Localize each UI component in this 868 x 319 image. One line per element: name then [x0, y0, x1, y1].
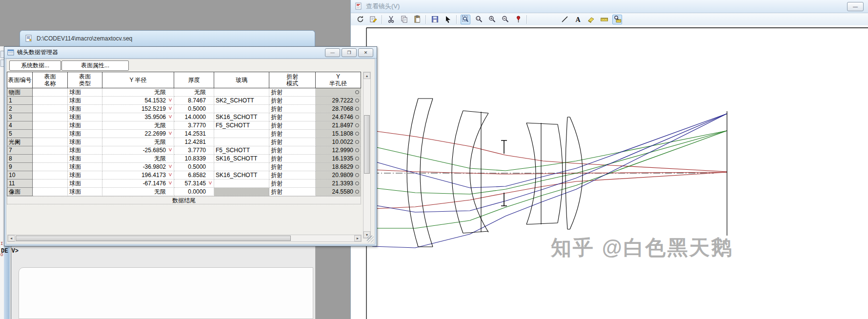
thickness-cell[interactable]: 14.0000 [174, 113, 214, 121]
radius-cell[interactable]: 35.9506V [102, 113, 174, 121]
row-header-cell[interactable]: 2 [7, 105, 33, 113]
scroll-up-arrow[interactable]: ▲ [363, 72, 370, 79]
thickness-cell[interactable]: 3.7770 [174, 121, 214, 130]
surface-name-cell[interactable] [33, 130, 68, 138]
thickness-cell[interactable]: 10.8339 [174, 155, 214, 163]
export-settings-icon[interactable] [368, 15, 378, 24]
surface-name-cell[interactable] [33, 179, 68, 188]
glass-cell[interactable] [214, 179, 269, 188]
zoom-window-icon[interactable] [461, 15, 470, 24]
codev-window-titlebar[interactable]: D:\CODEV114\macro\zemaxtocv.seq [20, 30, 315, 46]
refract-mode-cell[interactable]: 折射 [269, 171, 316, 179]
zoom-in-icon[interactable] [487, 15, 497, 24]
row-header-cell[interactable]: 像面 [7, 188, 33, 196]
glass-cell[interactable] [214, 130, 269, 138]
surface-type-cell[interactable]: 球面 [68, 163, 102, 171]
surface-name-cell[interactable] [33, 171, 68, 179]
surface-type-cell[interactable]: 球面 [68, 179, 102, 188]
row-header-cell[interactable]: 10 [7, 171, 33, 179]
command-output-area[interactable] [19, 267, 313, 319]
aperture-solve-icon[interactable] [355, 148, 359, 152]
surface-type-cell[interactable]: 球面 [68, 146, 102, 155]
restore-button[interactable]: ❐ [342, 48, 357, 57]
radius-cell[interactable]: 54.1532V [102, 97, 174, 105]
row-header-cell[interactable]: 8 [7, 155, 33, 163]
glass-cell[interactable] [214, 105, 269, 113]
surface-name-cell[interactable] [33, 88, 68, 97]
refract-mode-cell[interactable]: 折射 [269, 97, 316, 105]
radius-cell[interactable]: -67.1476V [102, 179, 174, 188]
radius-cell[interactable]: 22.2699V [102, 130, 174, 138]
radius-cell[interactable]: 无限 [102, 121, 174, 130]
ruler-icon[interactable] [599, 15, 609, 24]
horizontal-scrollbar[interactable]: ◄ ► [7, 235, 362, 242]
refract-mode-cell[interactable]: 折射 [269, 188, 316, 196]
radius-cell[interactable]: 无限 [102, 155, 174, 163]
radius-cell[interactable]: -25.6850V [102, 146, 174, 155]
aperture-solve-icon[interactable] [355, 165, 359, 169]
thickness-cell[interactable]: 0.5000 [174, 105, 214, 113]
surface-type-cell[interactable]: 球面 [68, 171, 102, 179]
semi-aperture-cell[interactable]: 24.5580 [316, 188, 361, 196]
aperture-solve-icon[interactable] [355, 190, 359, 194]
row-header-cell[interactable]: 1 [7, 97, 33, 105]
vertical-scrollbar[interactable]: ▲ ▼ [363, 72, 371, 239]
semi-aperture-cell[interactable]: 21.3393 [316, 179, 361, 188]
semi-aperture-cell[interactable]: 12.9990 [316, 146, 361, 155]
surface-type-cell[interactable]: 球面 [68, 138, 102, 146]
surface-type-cell[interactable]: 球面 [68, 121, 102, 130]
semi-aperture-cell[interactable]: 16.1935 [316, 155, 361, 163]
semi-aperture-cell[interactable]: 28.7068 [316, 105, 361, 113]
semi-aperture-cell[interactable]: 24.6746 [316, 113, 361, 121]
save-icon[interactable] [430, 15, 440, 24]
scroll-right-arrow[interactable]: ► [354, 235, 361, 241]
row-header-cell[interactable]: 4 [7, 121, 33, 130]
thickness-cell[interactable]: 3.7770 [174, 146, 214, 155]
surface-name-cell[interactable] [33, 146, 68, 155]
glass-cell[interactable]: F5_SCHOTT [214, 146, 269, 155]
aperture-solve-icon[interactable] [355, 140, 359, 144]
row-header-cell[interactable]: 11 [7, 179, 33, 188]
surface-type-cell[interactable]: 球面 [68, 97, 102, 105]
radius-cell[interactable]: -36.9802V [102, 163, 174, 171]
scroll-left-arrow[interactable]: ◄ [8, 235, 15, 241]
system-data-button[interactable]: 系统数据... [9, 60, 61, 71]
refract-mode-cell[interactable]: 折射 [269, 88, 316, 97]
row-header-cell[interactable]: 7 [7, 146, 33, 155]
aperture-solve-icon[interactable] [355, 132, 359, 136]
surface-name-cell[interactable] [33, 155, 68, 163]
semi-aperture-cell[interactable]: 18.6829 [316, 163, 361, 171]
radius-cell[interactable]: 196.4173V [102, 171, 174, 179]
row-header-cell[interactable]: 物面 [7, 88, 33, 97]
zoom-1to1-icon[interactable]: 1:1 [474, 15, 484, 24]
glass-cell[interactable]: SK16_SCHOTT [214, 155, 269, 163]
eraser-icon[interactable] [586, 15, 596, 24]
refract-mode-cell[interactable]: 折射 [269, 155, 316, 163]
aperture-solve-icon[interactable] [355, 173, 359, 177]
semi-aperture-cell[interactable]: 15.1808 [316, 130, 361, 138]
minimize-button[interactable]: — [847, 2, 864, 11]
glass-cell[interactable]: F5_SCHOTT [214, 121, 269, 130]
semi-aperture-cell[interactable]: 10.0022 [316, 138, 361, 146]
surface-type-cell[interactable]: 球面 [68, 105, 102, 113]
thickness-cell[interactable]: 6.8582 [174, 171, 214, 179]
pin-icon[interactable] [513, 15, 523, 24]
aperture-solve-icon[interactable] [355, 107, 359, 111]
minimize-button[interactable]: — [325, 48, 340, 57]
measure-zoom-icon[interactable] [612, 15, 622, 24]
surface-name-cell[interactable] [33, 121, 68, 130]
radius-cell[interactable]: 152.5219V [102, 105, 174, 113]
thickness-cell[interactable]: 无限 [174, 88, 214, 97]
glass-cell[interactable] [214, 138, 269, 146]
surface-type-cell[interactable]: 球面 [68, 113, 102, 121]
refract-mode-cell[interactable]: 折射 [269, 130, 316, 138]
radius-cell[interactable]: 无限 [102, 88, 174, 97]
surface-name-cell[interactable] [33, 105, 68, 113]
surface-type-cell[interactable]: 球面 [68, 130, 102, 138]
refract-mode-cell[interactable]: 折射 [269, 138, 316, 146]
horizontal-scroll-thumb[interactable] [16, 236, 291, 241]
surface-name-cell[interactable] [33, 138, 68, 146]
row-header-cell[interactable]: 5 [7, 130, 33, 138]
glass-cell[interactable]: SK16_SCHOTT [214, 113, 269, 121]
pointer-icon[interactable] [443, 15, 453, 24]
